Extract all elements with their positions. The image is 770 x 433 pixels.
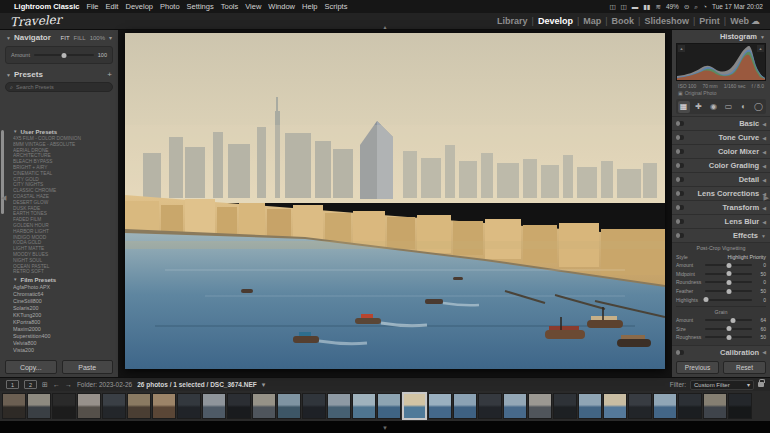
- left-panel-collapse-arrow[interactable]: ◀: [1, 194, 6, 202]
- preset-item[interactable]: KKTung200: [13, 312, 118, 319]
- section-lens-corrections[interactable]: Lens Corrections◀: [672, 186, 770, 200]
- section-tone-curve[interactable]: Tone Curve◀: [672, 130, 770, 144]
- slider-feather[interactable]: Feather50: [676, 287, 766, 296]
- grid-view-icon[interactable]: ⊞: [42, 381, 48, 389]
- photo[interactable]: [125, 33, 665, 369]
- module-tab-slideshow[interactable]: Slideshow: [644, 16, 689, 26]
- status-icon-4[interactable]: ≋: [655, 3, 660, 11]
- status-icon-6[interactable]: ⊙: [684, 3, 689, 11]
- preset-item[interactable]: AgfaPhoto APX: [13, 284, 118, 291]
- status-icon-0[interactable]: ◫: [609, 3, 615, 11]
- filmstrip-thumbnail-18[interactable]: [453, 393, 477, 419]
- status-icon-1[interactable]: ◫: [621, 3, 627, 11]
- section-expand-icon[interactable]: ◀: [762, 121, 766, 127]
- module-tab-web[interactable]: Web: [730, 16, 749, 26]
- shadow-clipping-icon[interactable]: ▲: [678, 45, 685, 52]
- slider-highlights[interactable]: Highlights0: [676, 295, 766, 304]
- filmstrip-thumbnail-23[interactable]: [578, 393, 602, 419]
- calibration-enable-switch[interactable]: [676, 350, 684, 355]
- highlight-clipping-icon[interactable]: ▲: [757, 45, 764, 52]
- filmstrip-thumbnail-28[interactable]: [703, 393, 727, 419]
- module-tab-map[interactable]: Map: [583, 16, 601, 26]
- forward-arrow-icon[interactable]: →: [65, 381, 72, 388]
- filmstrip-thumbnail-0[interactable]: [2, 393, 26, 419]
- slider-track[interactable]: [705, 336, 752, 338]
- section-color-mixer[interactable]: Color Mixer◀: [672, 144, 770, 158]
- previous-button[interactable]: Previous: [676, 361, 719, 374]
- preset-group-header[interactable]: ▼NateMP Landscape: [13, 354, 118, 355]
- main-window-button[interactable]: 1: [6, 380, 19, 389]
- filter-lock-icon[interactable]: [758, 382, 764, 387]
- heal-tool[interactable]: ✚: [693, 101, 705, 113]
- slider-knob[interactable]: [731, 318, 736, 323]
- section-enable-switch[interactable]: [676, 149, 684, 154]
- section-calibration[interactable]: Calibration ◀: [672, 345, 770, 359]
- preset-item[interactable]: Superstition400: [13, 333, 118, 340]
- slider-knob[interactable]: [726, 289, 731, 294]
- filmstrip-thumbnail-12[interactable]: [302, 393, 326, 419]
- filmstrip-thumbnail-6[interactable]: [152, 393, 176, 419]
- slider-track[interactable]: [705, 299, 752, 301]
- preset-item[interactable]: Velvia800: [13, 340, 118, 347]
- status-icon-7[interactable]: ⌕: [694, 3, 698, 11]
- histogram-collapse-icon[interactable]: ▼: [760, 34, 765, 40]
- histogram-header[interactable]: Histogram ▼: [672, 30, 770, 43]
- filmstrip-thumbnail-8[interactable]: [202, 393, 226, 419]
- section-color-grading[interactable]: Color Grading◀: [672, 158, 770, 172]
- menu-item-scripts[interactable]: Scripts: [324, 2, 347, 11]
- cloud-sync-icon[interactable]: ☁: [751, 16, 760, 26]
- section-enable-switch[interactable]: [676, 177, 684, 182]
- zoom-option-fit[interactable]: FIT: [61, 35, 70, 41]
- menu-item-tools[interactable]: Tools: [221, 2, 239, 11]
- section-transform[interactable]: Transform◀: [672, 200, 770, 214]
- filmstrip-thumbnail-22[interactable]: [553, 393, 577, 419]
- menu-item-photo[interactable]: Photo: [160, 2, 180, 11]
- zoom-chevron-icon[interactable]: ▾: [109, 34, 112, 41]
- slider-track[interactable]: [705, 290, 752, 292]
- filmstrip-thumbnail-4[interactable]: [102, 393, 126, 419]
- filmstrip-thumbnail-25[interactable]: [628, 393, 652, 419]
- menu-item-settings[interactable]: Settings: [187, 2, 214, 11]
- top-panel-collapse-arrow[interactable]: ▲: [383, 24, 388, 30]
- filmstrip-thumbnail-26[interactable]: [653, 393, 677, 419]
- section-expand-icon[interactable]: ◀: [762, 219, 766, 225]
- section-expand-icon[interactable]: ◀: [762, 163, 766, 169]
- second-window-button[interactable]: 2: [24, 380, 37, 389]
- filmstrip-thumbnail-21[interactable]: [528, 393, 552, 419]
- slider-knob[interactable]: [726, 271, 731, 276]
- menu-item-help[interactable]: Help: [302, 2, 317, 11]
- section-expand-icon[interactable]: ◀: [762, 177, 766, 183]
- module-tab-book[interactable]: Book: [612, 16, 635, 26]
- filmstrip-thumbnail-29[interactable]: [728, 393, 752, 419]
- slider-amount[interactable]: Amount64: [676, 316, 766, 325]
- filmstrip-thumbnail-24[interactable]: [603, 393, 627, 419]
- menu-item-edit[interactable]: Edit: [106, 2, 119, 11]
- filmstrip-thumbnail-16[interactable]: [402, 392, 427, 420]
- preset-group-header[interactable]: ▼Film Presets: [13, 275, 118, 284]
- section-enable-switch[interactable]: [676, 121, 684, 126]
- back-arrow-icon[interactable]: ←: [53, 381, 60, 388]
- paste-button[interactable]: Paste: [62, 360, 114, 374]
- masking-tool[interactable]: ▭: [723, 101, 735, 113]
- status-icon-2[interactable]: ▬: [632, 3, 639, 11]
- menu-item-file[interactable]: File: [86, 2, 98, 11]
- menu-item-window[interactable]: Window: [268, 2, 295, 11]
- preset-item[interactable]: Maxim2000: [13, 326, 118, 333]
- section-enable-switch[interactable]: [676, 135, 684, 140]
- preset-item[interactable]: Solaris200: [13, 305, 118, 312]
- slider-midpoint[interactable]: Midpoint50: [676, 270, 766, 279]
- filmstrip-thumbnail-14[interactable]: [352, 393, 376, 419]
- presets-header[interactable]: ▼ Presets +: [0, 67, 118, 82]
- section-detail[interactable]: Detail◀: [672, 172, 770, 186]
- menu-item-view[interactable]: View: [245, 2, 261, 11]
- preset-item[interactable]: Chromatic64: [13, 291, 118, 298]
- zoom-option-fill[interactable]: FILL: [74, 35, 86, 41]
- slider-roughness[interactable]: Roughness50: [676, 333, 766, 342]
- menu-bar-clock[interactable]: Tue 17 Mar 20:02: [712, 3, 763, 10]
- section-enable-switch[interactable]: [676, 205, 684, 210]
- filmstrip-thumbnail-19[interactable]: [478, 393, 502, 419]
- source-chevron-icon[interactable]: ▾: [262, 381, 266, 389]
- reset-button[interactable]: Reset: [723, 361, 766, 374]
- filmstrip-thumbnail-9[interactable]: [227, 393, 251, 419]
- filmstrip-thumbnail-15[interactable]: [377, 393, 401, 419]
